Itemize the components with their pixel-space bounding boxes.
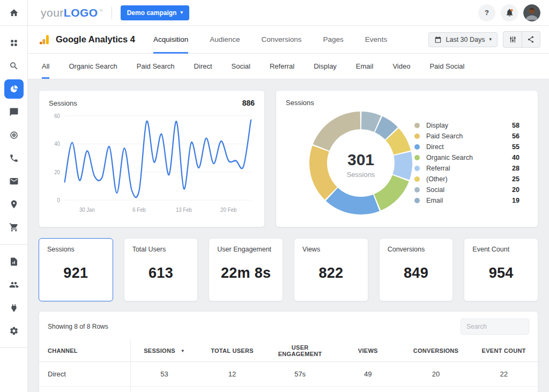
header-divider [112,6,112,19]
channels-table-card: Showing 8 of 8 Rows CHANNELSESSIONS▼TOTA… [39,311,538,392]
phone-icon [9,153,19,163]
filter-tab-social[interactable]: Social [232,54,250,79]
kpi-card-conversions[interactable]: Conversions849 [379,238,454,301]
sidebar-item-target[interactable] [4,125,24,145]
filters-button[interactable] [503,32,522,47]
report-toolbar: Google Analytics 4 AcquisitionAudienceCo… [28,26,549,54]
column-header-channel[interactable]: CHANNEL [39,340,130,361]
notifications-button[interactable] [501,4,518,21]
kpi-value: 613 [132,265,190,282]
column-header-user-engagement[interactable]: USER ENGAGEMENT [266,340,334,361]
tab-pages[interactable]: Pages [323,26,344,54]
tab-acquisition[interactable]: Acquisition [153,26,188,54]
legend-label: Direct [426,143,444,151]
filter-tab-paid-social[interactable]: Paid Social [429,54,464,79]
legend-item-social: Social20 [414,186,520,194]
filter-tab-email[interactable]: Email [356,54,374,79]
sidebar-item-document-report[interactable] [4,252,24,271]
legend-label: (Other) [426,175,448,183]
kpi-card-total-users[interactable]: Total Users613 [124,238,198,301]
google-analytics-icon [39,34,50,46]
sessions-line-chart-card: Sessions 886 020406030 Jan6 Feb13 Feb20 … [39,90,265,227]
value-cell: 53 [130,361,198,386]
channels-table: CHANNELSESSIONS▼TOTAL USERSUSER ENGAGEME… [39,340,538,392]
sidebar-item-home[interactable] [4,3,24,23]
help-button[interactable]: ? [478,4,495,21]
filter-tab-direct[interactable]: Direct [194,54,212,79]
legend-label: Referral [426,165,450,172]
sidebar-item-apps-grid[interactable] [4,33,24,53]
sidebar-item-cart[interactable] [4,218,24,237]
column-header-conversions[interactable]: CONVERSIONS [402,340,470,361]
document-report-icon [9,257,19,267]
table-row-count: Showing 8 of 8 Rows [48,323,108,330]
top-header: yourLOGO™ Demo campaign ▾ ? [28,0,549,26]
filter-tab-paid-search[interactable]: Paid Search [137,54,175,79]
logo-text-your: your [41,6,64,19]
sidebar-item-plug[interactable] [4,298,24,317]
kpi-value: 822 [302,265,360,282]
line-chart-total: 886 [242,99,255,107]
apps-grid-icon [9,38,19,48]
sidebar-item-map-pin[interactable] [4,195,24,214]
kpi-card-user-engagement[interactable]: User Engagement22m 8s [209,238,283,301]
sidebar-item-phone[interactable] [4,149,24,168]
legend-color-dot [414,134,420,139]
column-header-sessions[interactable]: SESSIONS▼ [130,340,198,361]
pie-chart-icon [9,84,19,94]
column-header-total-users[interactable]: TOTAL USERS [198,340,266,361]
kpi-label: Event Count [472,246,530,253]
filter-tab-video[interactable]: Video [392,54,410,79]
brand-logo: yourLOGO™ [41,6,103,19]
svg-text:6 Feb: 6 Feb [132,206,146,213]
value-cell: 49 [334,361,402,386]
sidebar-item-gear[interactable] [4,321,24,341]
column-header-event-count[interactable]: EVENT COUNT [470,340,538,361]
legend-color-dot [414,176,420,182]
filter-tab-referral[interactable]: Referral [270,54,294,79]
kpi-card-views[interactable]: Views822 [294,238,368,301]
value-cell: 53 [130,386,198,392]
legend-label: Organic Search [426,154,473,161]
sidebar-item-search[interactable] [4,56,24,76]
users-icon [9,280,19,290]
cart-icon [9,223,19,232]
home-icon [9,8,19,18]
svg-text:0: 0 [57,197,61,204]
sidebar-item-users[interactable] [4,275,24,294]
sessions-donut-chart: 301Sessions [307,109,414,217]
legend-value: 28 [512,165,520,172]
filter-tab-all[interactable]: All [42,54,49,79]
value-cell: 12 [198,361,266,386]
legend-value: 40 [512,154,520,161]
legend-value: 56 [512,132,520,140]
svg-text:13 Feb: 13 Feb [176,206,192,213]
kpi-card-event-count[interactable]: Event Count954 [464,238,538,301]
sessions-line-chart: 020406030 Jan6 Feb13 Feb20 Feb [49,109,255,219]
sliders-icon [509,35,517,43]
chevron-down-icon: ▾ [489,37,492,42]
app-window: yourLOGO™ Demo campaign ▾ ? [0,0,549,392]
tab-audience[interactable]: Audience [210,26,240,54]
date-range-button[interactable]: Last 30 Days ▾ [428,32,498,47]
column-header-views[interactable]: VIEWS [334,340,402,361]
tab-events[interactable]: Events [365,26,387,54]
donut-segment-display [313,112,360,151]
donut-segment-paid-search [309,145,337,199]
kpi-card-sessions[interactable]: Sessions921 [39,238,113,301]
share-button[interactable] [522,32,540,47]
sidebar-item-envelope[interactable] [4,172,24,191]
campaign-dropdown-button[interactable]: Demo campaign ▾ [121,5,189,20]
tab-conversions[interactable]: Conversions [262,26,302,54]
filter-tab-organic-search[interactable]: Organic Search [69,54,117,79]
table-search-input[interactable] [461,319,529,335]
dashboard-content: Sessions 886 020406030 Jan6 Feb13 Feb20 … [28,79,549,392]
legend-item-other: (Other)25 [414,175,520,183]
target-icon [9,130,19,140]
legend-color-dot [414,198,420,203]
sidebar-item-chat[interactable] [4,102,24,122]
avatar[interactable] [523,4,540,21]
sidebar-item-pie-chart[interactable] [4,79,24,99]
filter-tab-display[interactable]: Display [314,54,337,79]
sort-desc-icon: ▼ [181,349,185,353]
